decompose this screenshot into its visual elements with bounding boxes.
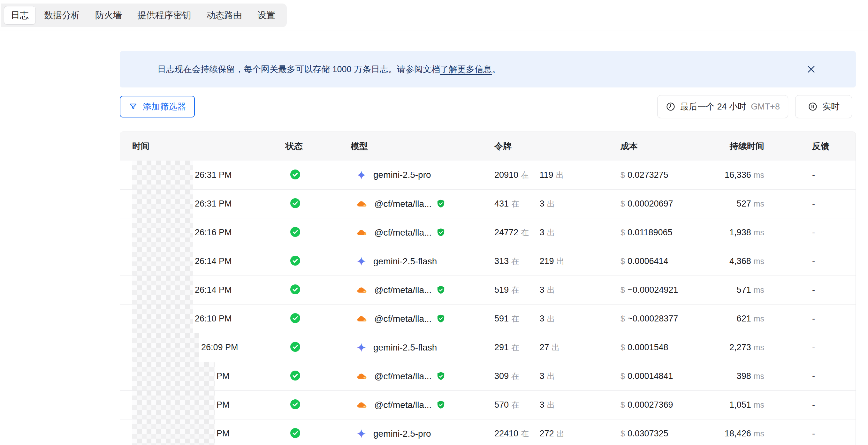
status-cell — [285, 169, 351, 181]
gemini-icon — [356, 256, 366, 266]
tokens-cell: 20910在 119出 — [494, 170, 620, 180]
tokens-cell: 519在 3出 — [494, 285, 620, 295]
timestamp-text: PM — [217, 400, 229, 410]
tab-dynamic-routes[interactable]: 动态路由 — [199, 6, 249, 25]
table-row[interactable]: 26:31 PM @cf/meta/lla... — [120, 189, 856, 218]
success-check-icon — [290, 169, 301, 180]
timestamp-text: PM — [217, 429, 229, 439]
feedback-value: - — [812, 285, 815, 295]
table-row[interactable]: PM @cf/meta/lla... — [120, 390, 856, 419]
currency-symbol: $ — [620, 400, 625, 409]
realtime-toggle-button[interactable]: 实时 — [795, 95, 852, 118]
tokens-cell: 24772在 3出 — [494, 227, 620, 238]
table-row[interactable]: 26:10 PM @cf/meta/lla... — [120, 304, 856, 333]
model-name: @cf/meta/lla... — [374, 314, 431, 324]
cost-value: 0.01189065 — [627, 228, 673, 237]
banner-close-button[interactable] — [805, 63, 817, 76]
add-filter-button[interactable]: 添加筛选器 — [120, 96, 195, 118]
tokens-in-label: 在 — [521, 228, 529, 237]
cost-value: 0.00027369 — [627, 400, 673, 410]
status-cell — [285, 198, 351, 210]
cloudflare-icon — [356, 373, 367, 380]
table-row[interactable]: 26:09 PM gemini-2.5-flash — [120, 333, 856, 362]
duration-cell: 4,368ms — [723, 256, 764, 266]
guardrail-shield-icon — [437, 314, 445, 323]
model-cell: gemini-2.5-pro — [351, 170, 494, 180]
feedback-cell: - — [764, 170, 856, 180]
tab-settings[interactable]: 设置 — [250, 6, 282, 25]
tokens-cell: 431在 3出 — [494, 198, 620, 209]
success-check-icon — [290, 342, 301, 352]
tab-analytics[interactable]: 数据分析 — [37, 6, 87, 25]
tokens-cell: 291在 27出 — [494, 342, 620, 353]
feedback-value: - — [812, 170, 815, 180]
redacted-timestamp-block — [132, 161, 193, 189]
time-cell: PM — [132, 391, 285, 419]
add-filter-label: 添加筛选器 — [143, 101, 186, 113]
timestamp-text: 26:31 PM — [195, 199, 232, 209]
banner-text-before: 日志现在会持续保留，每个网关最多可以存储 1000 万条日志。请参阅文档 — [157, 64, 440, 75]
table-row[interactable]: PM @cf/meta/lla... — [120, 362, 856, 390]
duration-cell: 18,426ms — [723, 429, 764, 439]
column-header-time: 时间 — [132, 140, 285, 152]
column-header-status: 状态 — [285, 140, 351, 152]
tokens-cell: 313在 219出 — [494, 256, 620, 266]
tokens-out: 3出 — [540, 371, 555, 381]
tab-logs[interactable]: 日志 — [4, 6, 36, 25]
table-row[interactable]: PM gemini-2.5-pro — [120, 419, 856, 445]
model-name: gemini-2.5-flash — [373, 343, 437, 353]
top-nav-bar: 日志 数据分析 防火墙 提供程序密钥 动态路由 设置 — [0, 0, 868, 31]
timestamp-text: 26:14 PM — [195, 256, 232, 266]
cost-cell: $~0.00028377 — [620, 314, 723, 324]
duration-cell: 621ms — [723, 314, 764, 324]
realtime-label: 实时 — [822, 101, 840, 113]
tokens-cell: 570在 3出 — [494, 400, 620, 410]
model-cell: @cf/meta/lla... — [351, 285, 494, 295]
cost-cell: $0.0273275 — [620, 170, 723, 180]
tokens-in: 20910在 — [494, 170, 537, 180]
redacted-timestamp-block — [132, 305, 193, 333]
cost-value: 0.0273275 — [627, 170, 669, 180]
tokens-in-label: 在 — [511, 285, 519, 294]
tokens-in: 570在 — [494, 400, 537, 410]
model-name: @cf/meta/lla... — [374, 371, 431, 381]
table-row[interactable]: 26:14 PM gemini-2.5-flash — [120, 247, 856, 276]
table-row[interactable]: 26:16 PM @cf/meta/lla... — [120, 218, 856, 247]
duration-value: 16,336 — [724, 170, 751, 180]
time-cell: 26:14 PM — [132, 247, 285, 276]
duration-unit: ms — [754, 199, 764, 208]
cloudflare-icon — [356, 315, 367, 323]
time-range-button[interactable]: 最后一个 24 小时 GMT+8 — [657, 95, 788, 118]
tokens-in: 591在 — [494, 314, 537, 324]
cloudflare-icon — [356, 200, 367, 208]
tokens-in-label: 在 — [521, 170, 529, 180]
duration-unit: ms — [754, 314, 764, 323]
table-row[interactable]: 26:14 PM @cf/meta/lla... — [120, 276, 856, 304]
cost-cell: $0.01189065 — [620, 228, 723, 237]
table-row[interactable]: 26:31 PM gemini-2.5-pro — [120, 161, 856, 189]
tokens-out-label: 出 — [557, 429, 565, 438]
success-check-icon — [290, 198, 301, 209]
success-check-icon — [290, 227, 301, 237]
tokens-in-label: 在 — [511, 372, 519, 381]
tokens-out-label: 出 — [547, 372, 555, 381]
duration-value: 398 — [737, 371, 751, 381]
tokens-in: 431在 — [494, 198, 537, 209]
tokens-in: 291在 — [494, 342, 537, 353]
model-cell: @cf/meta/lla... — [351, 371, 494, 381]
tokens-out: 3出 — [540, 314, 555, 323]
duration-cell: 1,051ms — [723, 400, 764, 410]
tokens-out: 27出 — [540, 343, 560, 352]
cost-cell: $0.00014841 — [620, 371, 723, 381]
tokens-in: 519在 — [494, 285, 537, 295]
learn-more-link[interactable]: 了解更多信息 — [440, 64, 492, 75]
feedback-value: - — [812, 400, 815, 410]
feedback-cell: - — [764, 314, 856, 324]
tokens-out: 3出 — [540, 228, 555, 237]
duration-value: 527 — [737, 199, 751, 209]
tokens-out: 119出 — [540, 170, 564, 180]
tab-provider-keys[interactable]: 提供程序密钥 — [130, 6, 198, 25]
tab-firewall[interactable]: 防火墙 — [88, 6, 129, 25]
success-check-icon — [290, 428, 301, 438]
feedback-value: - — [812, 371, 815, 381]
